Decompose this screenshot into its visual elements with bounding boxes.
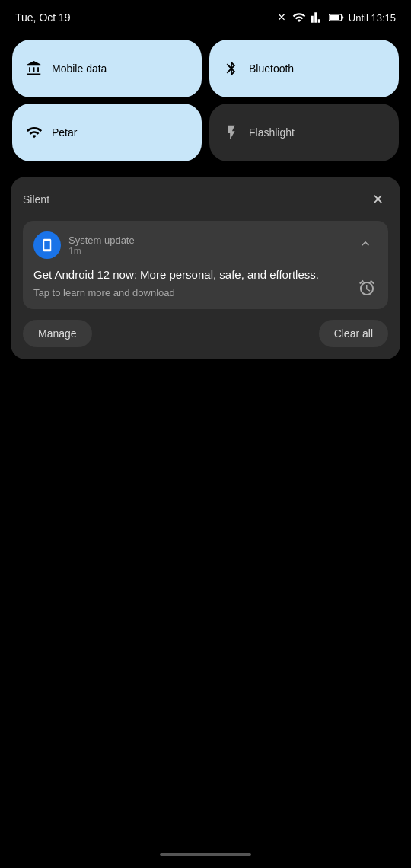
flashlight-label: Flashlight [249,126,295,139]
expand-button[interactable] [353,231,378,256]
battery-icon [329,12,344,23]
notification-header: Silent ✕ [23,189,388,210]
notification-panel: Silent ✕ System update 1m [11,177,400,359]
status-time: Tue, Oct 19 [15,11,71,24]
notification-actions: Manage Clear all [23,320,388,347]
mute-icon [276,11,288,24]
mobile-data-label: Mobile data [52,62,107,75]
quick-tiles: Mobile data Bluetooth Petar [0,34,411,171]
tiles-row-1: Mobile data Bluetooth [12,40,399,97]
wifi-tile[interactable]: Petar [12,104,202,161]
close-button[interactable]: ✕ [367,189,388,210]
notification-top-row: System update 1m [33,231,378,259]
notification-app-icon [33,231,61,259]
notification-time: 1m [68,246,135,257]
status-icons: Until 13:15 [276,11,396,24]
svg-rect-2 [342,16,343,18]
notification-app-name: System update [68,235,135,246]
notification-headline: Get Android 12 now: More personal, safe,… [33,266,378,282]
wifi-icon [26,124,43,141]
tiles-row-2: Petar Flashlight [12,104,399,161]
manage-button[interactable]: Manage [23,320,92,347]
mobile-data-icon [26,60,43,77]
battery-text: Until 13:15 [349,12,396,24]
clear-all-button[interactable]: Clear all [319,320,388,347]
bottom-indicator [160,853,251,856]
svg-rect-1 [330,15,339,20]
bluetooth-label: Bluetooth [249,62,294,75]
signal-icon [311,11,324,24]
status-bar: Tue, Oct 19 Until 13:15 [0,0,411,34]
notification-mode: Silent [23,193,49,206]
wifi-status-icon [292,11,306,24]
bluetooth-icon [223,60,240,77]
bluetooth-tile[interactable]: Bluetooth [209,40,399,97]
flashlight-icon [223,124,240,141]
flashlight-tile[interactable]: Flashlight [209,104,399,161]
notification-meta: System update 1m [68,235,135,257]
notification-app-info: System update 1m [33,231,135,259]
wifi-label: Petar [52,126,77,139]
mobile-data-tile[interactable]: Mobile data [12,40,202,97]
notification-subtext: Tap to learn more and download [33,287,378,298]
notification-content[interactable]: System update 1m Get Android 12 now: Mor… [23,221,388,309]
alarm-icon [355,276,379,300]
notification-body: Get Android 12 now: More personal, safe,… [33,266,378,298]
